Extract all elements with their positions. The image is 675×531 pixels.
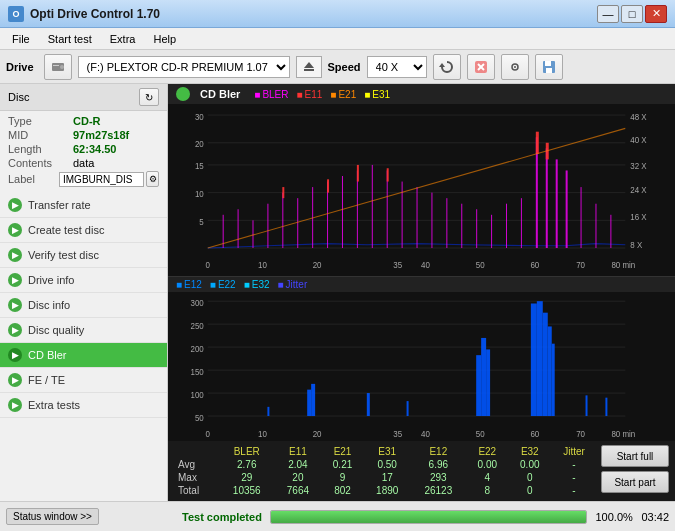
svg-text:300: 300 bbox=[191, 297, 204, 308]
settings-icon-btn[interactable] bbox=[501, 54, 529, 80]
drive-label: Drive bbox=[6, 61, 34, 73]
menu-extra[interactable]: Extra bbox=[102, 31, 144, 47]
nav-transfer-rate[interactable]: ▶ Transfer rate bbox=[0, 193, 167, 218]
svg-text:10: 10 bbox=[258, 260, 267, 271]
svg-rect-107 bbox=[407, 401, 409, 416]
svg-text:50: 50 bbox=[195, 412, 204, 423]
nav-drive-info[interactable]: ▶ Drive info bbox=[0, 268, 167, 293]
svg-rect-12 bbox=[545, 61, 551, 66]
nav-icon-verify: ▶ bbox=[8, 248, 22, 262]
progress-bar-fill bbox=[271, 511, 587, 523]
nav-create-test-disc[interactable]: ▶ Create test disc bbox=[0, 218, 167, 243]
svg-rect-68 bbox=[282, 187, 284, 198]
save-icon-btn[interactable] bbox=[535, 54, 563, 80]
chart-bottom-svg: 300 250 200 150 100 50 0 10 20 35 40 50 … bbox=[168, 292, 675, 441]
chart-top-title-row: CD Bler ■ BLER ■ E11 ■ E21 ■ E31 bbox=[168, 84, 675, 104]
svg-rect-48 bbox=[342, 176, 343, 248]
svg-rect-13 bbox=[546, 68, 552, 73]
nav-disc-quality[interactable]: ▶ Disc quality bbox=[0, 318, 167, 343]
stats-area: BLER E11 E21 E31 E12 E22 E32 Jitter Avg … bbox=[168, 441, 675, 501]
chart-bottom: 300 250 200 150 100 50 0 10 20 35 40 50 … bbox=[168, 292, 675, 441]
svg-rect-108 bbox=[586, 395, 588, 416]
contents-value: data bbox=[73, 157, 94, 169]
label-input[interactable] bbox=[59, 172, 144, 187]
menu-file[interactable]: File bbox=[4, 31, 38, 47]
start-full-button[interactable]: Start full bbox=[601, 445, 669, 467]
menu-help[interactable]: Help bbox=[145, 31, 184, 47]
status-window-button[interactable]: Status window >> bbox=[6, 508, 99, 525]
refresh-icon-btn[interactable] bbox=[433, 54, 461, 80]
start-part-button[interactable]: Start part bbox=[601, 471, 669, 493]
stats-col-e31: E31 bbox=[364, 445, 411, 458]
svg-rect-58 bbox=[491, 215, 492, 248]
svg-rect-100 bbox=[486, 349, 490, 416]
drive-icon-btn[interactable] bbox=[44, 54, 72, 80]
svg-text:0: 0 bbox=[206, 260, 211, 271]
status-bar: Status window >> Test completed 100.0% 0… bbox=[0, 501, 675, 531]
clear-icon-btn[interactable] bbox=[467, 54, 495, 80]
nav-icon-extra: ▶ bbox=[8, 398, 22, 412]
svg-text:32 X: 32 X bbox=[630, 161, 647, 172]
svg-rect-56 bbox=[461, 204, 462, 248]
svg-rect-53 bbox=[417, 187, 418, 248]
chart-top: 30 20 15 10 5 48 X 40 X 32 X 24 X 16 X 8… bbox=[168, 104, 675, 277]
content-area: CD Bler ■ BLER ■ E11 ■ E21 ■ E31 30 20 bbox=[168, 84, 675, 501]
stats-col-e12: E12 bbox=[411, 445, 466, 458]
svg-rect-106 bbox=[267, 407, 269, 416]
svg-text:150: 150 bbox=[191, 366, 204, 377]
disc-refresh-btn[interactable]: ↻ bbox=[139, 88, 159, 106]
label-key: Label bbox=[8, 173, 59, 185]
speed-select[interactable]: 40 X 8 X 16 X 24 X 32 X 48 X 52 X bbox=[367, 56, 427, 78]
svg-text:30: 30 bbox=[195, 111, 204, 122]
svg-text:20: 20 bbox=[313, 260, 322, 271]
stats-row-total: Total 10356 7664 802 1890 26123 8 0 - bbox=[174, 484, 597, 497]
maximize-button[interactable]: □ bbox=[621, 5, 643, 23]
menu-start-test[interactable]: Start test bbox=[40, 31, 100, 47]
svg-text:50: 50 bbox=[476, 428, 485, 439]
svg-rect-2 bbox=[53, 65, 59, 66]
stats-col-label bbox=[174, 445, 219, 458]
svg-rect-99 bbox=[481, 338, 486, 416]
action-buttons: Start full Start part bbox=[601, 445, 669, 493]
legend-e12: ■ E12 bbox=[176, 279, 202, 290]
nav-extra-tests[interactable]: ▶ Extra tests bbox=[0, 393, 167, 418]
nav-cd-bler[interactable]: ▶ CD Bler bbox=[0, 343, 167, 368]
nav-icon-drive: ▶ bbox=[8, 273, 22, 287]
stats-col-bler: BLER bbox=[219, 445, 274, 458]
svg-text:20: 20 bbox=[313, 428, 322, 439]
nav-icon-quality: ▶ bbox=[8, 323, 22, 337]
legend-bler: ■ BLER bbox=[254, 89, 288, 100]
nav-icon-transfer: ▶ bbox=[8, 198, 22, 212]
eject-button[interactable] bbox=[296, 56, 322, 78]
svg-rect-62 bbox=[546, 148, 548, 248]
chart-top-svg: 30 20 15 10 5 48 X 40 X 32 X 24 X 16 X 8… bbox=[168, 104, 675, 276]
nav-fe-te[interactable]: ▶ FE / TE bbox=[0, 368, 167, 393]
svg-rect-103 bbox=[543, 312, 548, 415]
label-edit-btn[interactable]: ⚙ bbox=[146, 171, 159, 187]
svg-text:10: 10 bbox=[258, 428, 267, 439]
svg-rect-105 bbox=[552, 343, 555, 415]
nav-verify-test-disc[interactable]: ▶ Verify test disc bbox=[0, 243, 167, 268]
title-bar: O Opti Drive Control 1.70 — □ ✕ bbox=[0, 0, 675, 28]
title-bar-controls: — □ ✕ bbox=[597, 5, 667, 23]
drive-select[interactable]: (F:) PLEXTOR CD-R PREMIUM 1.07 bbox=[78, 56, 290, 78]
app-title: Opti Drive Control 1.70 bbox=[30, 7, 160, 21]
stats-row-max: Max 29 20 9 17 293 4 0 - bbox=[174, 471, 597, 484]
contents-key: Contents bbox=[8, 157, 73, 169]
svg-text:80 min: 80 min bbox=[611, 428, 635, 439]
main-layout: Disc ↻ Type CD-R MID 97m27s18f Length 62… bbox=[0, 84, 675, 501]
minimize-button[interactable]: — bbox=[597, 5, 619, 23]
svg-text:80 min: 80 min bbox=[611, 260, 635, 271]
close-button[interactable]: ✕ bbox=[645, 5, 667, 23]
sidebar: Disc ↻ Type CD-R MID 97m27s18f Length 62… bbox=[0, 84, 168, 501]
legend-e31: ■ E31 bbox=[364, 89, 390, 100]
length-value: 62:34.50 bbox=[73, 143, 116, 155]
nav-disc-info[interactable]: ▶ Disc info bbox=[0, 293, 167, 318]
svg-rect-109 bbox=[605, 397, 607, 415]
svg-text:24 X: 24 X bbox=[630, 184, 647, 195]
svg-text:20: 20 bbox=[195, 139, 204, 150]
svg-rect-63 bbox=[556, 159, 558, 248]
svg-rect-96 bbox=[311, 384, 315, 416]
svg-text:40: 40 bbox=[421, 260, 430, 271]
svg-text:40 X: 40 X bbox=[630, 134, 647, 145]
